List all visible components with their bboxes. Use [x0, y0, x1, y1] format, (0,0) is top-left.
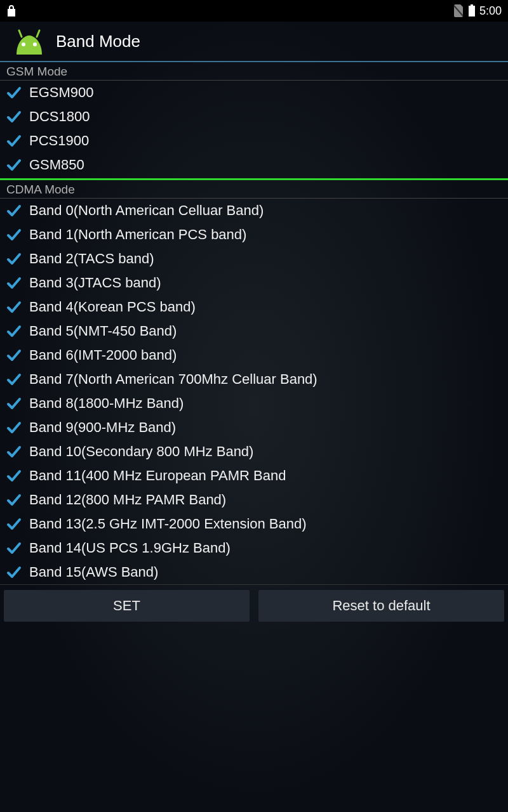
- battery-icon: [468, 4, 476, 17]
- gsm-item[interactable]: EGSM900: [0, 81, 508, 105]
- gsm-item[interactable]: PCS1900: [0, 129, 508, 153]
- button-bar: SET Reset to default: [0, 584, 508, 627]
- checkmark-icon: [6, 348, 22, 363]
- cdma-item[interactable]: Band 13(2.5 GHz IMT-2000 Extension Band): [0, 512, 508, 536]
- checkmark-icon: [6, 516, 22, 532]
- checkmark-icon: [6, 251, 22, 266]
- list-item-label: Band 12(800 MHz PAMR Band): [29, 492, 226, 508]
- status-bar: 5:00: [0, 0, 508, 22]
- lock-icon: [6, 4, 17, 17]
- checkmark-icon: [6, 299, 22, 315]
- svg-rect-2: [469, 6, 475, 16]
- checkmark-icon: [6, 203, 22, 218]
- set-button[interactable]: SET: [4, 590, 250, 622]
- cdma-item[interactable]: Band 14(US PCS 1.9GHz Band): [0, 536, 508, 560]
- cdma-item[interactable]: Band 4(Korean PCS band): [0, 295, 508, 319]
- checkmark-icon: [6, 444, 22, 459]
- cdma-item[interactable]: Band 2(TACS band): [0, 247, 508, 271]
- cdma-item[interactable]: Band 12(800 MHz PAMR Band): [0, 488, 508, 512]
- checkmark-icon: [6, 324, 22, 339]
- cdma-item[interactable]: Band 10(Secondary 800 MHz Band): [0, 440, 508, 464]
- gsm-item[interactable]: DCS1800: [0, 105, 508, 129]
- cdma-item[interactable]: Band 8(1800-MHz Band): [0, 391, 508, 416]
- reset-button[interactable]: Reset to default: [258, 590, 504, 622]
- list-item-label: Band 6(IMT-2000 band): [29, 347, 177, 363]
- status-time: 5:00: [479, 4, 502, 18]
- gsm-list: EGSM900DCS1800PCS1900GSM850: [0, 81, 508, 177]
- list-item-label: GSM850: [29, 157, 84, 173]
- checkmark-icon: [6, 492, 22, 508]
- checkmark-icon: [6, 468, 22, 483]
- checkmark-icon: [6, 396, 22, 411]
- checkmark-icon: [6, 372, 22, 387]
- list-item-label: Band 2(TACS band): [29, 251, 154, 267]
- cdma-item[interactable]: Band 11(400 MHz European PAMR Band: [0, 464, 508, 488]
- svg-point-5: [22, 43, 25, 46]
- app-header: Band Mode: [0, 22, 508, 61]
- list-item-label: Band 9(900-MHz Band): [29, 419, 176, 436]
- list-item-label: Band 7(North American 700Mhz Celluar Ban…: [29, 371, 318, 388]
- checkmark-icon: [6, 133, 22, 148]
- list-item-label: DCS1800: [29, 108, 90, 125]
- list-item-label: Band 3(JTACS band): [29, 275, 161, 291]
- svg-rect-1: [471, 4, 473, 6]
- section-header-cdma: CDMA Mode: [0, 180, 508, 199]
- checkmark-icon: [6, 540, 22, 556]
- list-item-label: Band 13(2.5 GHz IMT-2000 Extension Band): [29, 516, 307, 532]
- list-item-label: Band 15(AWS Band): [29, 564, 158, 580]
- svg-point-6: [33, 43, 37, 46]
- cdma-item[interactable]: Band 1(North American PCS band): [0, 223, 508, 247]
- cdma-item[interactable]: Band 15(AWS Band): [0, 560, 508, 584]
- no-sim-icon: [453, 4, 464, 17]
- list-item-label: Band 14(US PCS 1.9GHz Band): [29, 540, 231, 556]
- android-icon: [11, 28, 47, 55]
- cdma-list: Band 0(North American Celluar Band)Band …: [0, 199, 508, 584]
- list-item-label: Band 10(Secondary 800 MHz Band): [29, 443, 253, 460]
- page-title: Band Mode: [56, 32, 140, 51]
- checkmark-icon: [6, 275, 22, 291]
- cdma-item[interactable]: Band 5(NMT-450 Band): [0, 319, 508, 343]
- checkmark-icon: [6, 85, 22, 100]
- section-header-gsm: GSM Mode: [0, 62, 508, 81]
- svg-line-3: [19, 30, 22, 37]
- gsm-item[interactable]: GSM850: [0, 153, 508, 177]
- cdma-item[interactable]: Band 0(North American Celluar Band): [0, 199, 508, 223]
- list-item-label: PCS1900: [29, 133, 89, 149]
- list-item-label: Band 4(Korean PCS band): [29, 299, 196, 315]
- list-item-label: Band 11(400 MHz European PAMR Band: [29, 468, 286, 484]
- list-item-label: Band 0(North American Celluar Band): [29, 202, 264, 219]
- list-item-label: EGSM900: [29, 84, 94, 101]
- cdma-item[interactable]: Band 6(IMT-2000 band): [0, 343, 508, 367]
- checkmark-icon: [6, 157, 22, 173]
- list-item-label: Band 5(NMT-450 Band): [29, 323, 177, 339]
- cdma-item[interactable]: Band 9(900-MHz Band): [0, 416, 508, 440]
- list-item-label: Band 1(North American PCS band): [29, 226, 246, 243]
- checkmark-icon: [6, 227, 22, 242]
- checkmark-icon: [6, 565, 22, 580]
- checkmark-icon: [6, 420, 22, 435]
- cdma-item[interactable]: Band 7(North American 700Mhz Celluar Ban…: [0, 367, 508, 391]
- list-item-label: Band 8(1800-MHz Band): [29, 395, 184, 412]
- checkmark-icon: [6, 109, 22, 124]
- svg-line-4: [37, 30, 39, 37]
- cdma-item[interactable]: Band 3(JTACS band): [0, 271, 508, 295]
